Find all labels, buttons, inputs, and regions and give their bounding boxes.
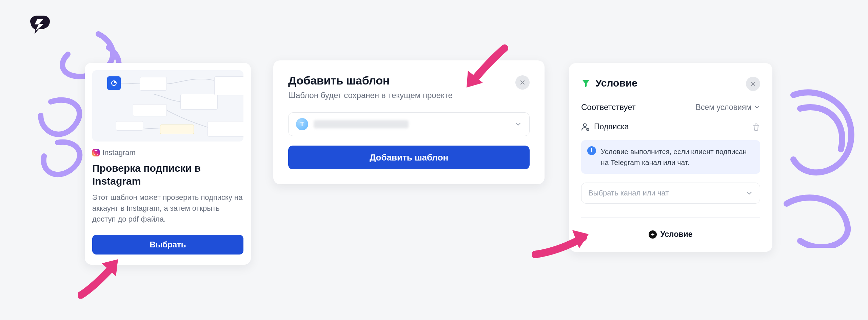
svg-point-1 (584, 124, 587, 127)
divider (581, 217, 760, 218)
project-name-blurred (314, 120, 409, 128)
instagram-icon (92, 149, 100, 156)
condition-title: Условие (595, 77, 741, 89)
subscription-icon (581, 123, 590, 131)
modal-subtitle: Шаблон будет сохранен в текущем проекте (288, 91, 453, 100)
add-template-button[interactable]: Добавить шаблон (288, 146, 530, 169)
channel-select-placeholder: Выбрать канал или чат (588, 189, 669, 197)
add-condition-label: Условие (660, 230, 692, 239)
add-condition-button[interactable]: + Условие (581, 226, 760, 242)
info-text: Условие выполнится, если клиент подписан… (601, 146, 754, 168)
add-template-button-label: Добавить шаблон (370, 152, 448, 163)
close-button[interactable] (515, 75, 530, 90)
template-preview (92, 70, 243, 142)
channel-select[interactable]: Выбрать канал или чат (581, 183, 760, 204)
chevron-down-icon (514, 120, 522, 128)
select-template-button-label: Выбрать (150, 240, 186, 249)
template-platform-label: Instagram (102, 148, 136, 157)
close-button[interactable] (746, 77, 760, 91)
project-chip: T (296, 118, 308, 130)
add-template-modal: Добавить шаблон Шаблон будет сохранен в … (273, 60, 545, 184)
project-select[interactable]: T (288, 112, 530, 136)
info-icon: i (587, 146, 596, 155)
select-template-button[interactable]: Выбрать (92, 235, 243, 255)
template-card: Instagram Проверка подписки в Instagram … (85, 63, 251, 265)
plus-icon: + (649, 230, 657, 239)
match-mode-value: Всем условиям (696, 103, 751, 112)
scribble-decoration (780, 85, 868, 248)
template-description: Этот шаблон может проверить подписку на … (92, 192, 243, 225)
funnel-icon (581, 78, 591, 88)
template-platform-tag: Instagram (92, 148, 243, 157)
condition-panel: Условие Соответствует Всем условиям Подп… (569, 63, 772, 252)
info-banner: i Условие выполнится, если клиент подпис… (581, 140, 760, 174)
condition-type-label: Подписка (594, 122, 748, 131)
brand-logo (27, 14, 52, 35)
match-label: Соответствует (581, 102, 636, 112)
template-title: Проверка подписки в Instagram (92, 162, 243, 187)
close-icon (750, 81, 756, 87)
project-chip-letter: T (300, 121, 304, 128)
chevron-down-icon (754, 104, 760, 110)
match-mode-dropdown[interactable]: Всем условиям (696, 103, 760, 112)
modal-title: Добавить шаблон (288, 74, 453, 87)
close-icon (520, 80, 525, 85)
chevron-down-icon (746, 189, 753, 197)
trash-icon[interactable] (752, 123, 760, 131)
